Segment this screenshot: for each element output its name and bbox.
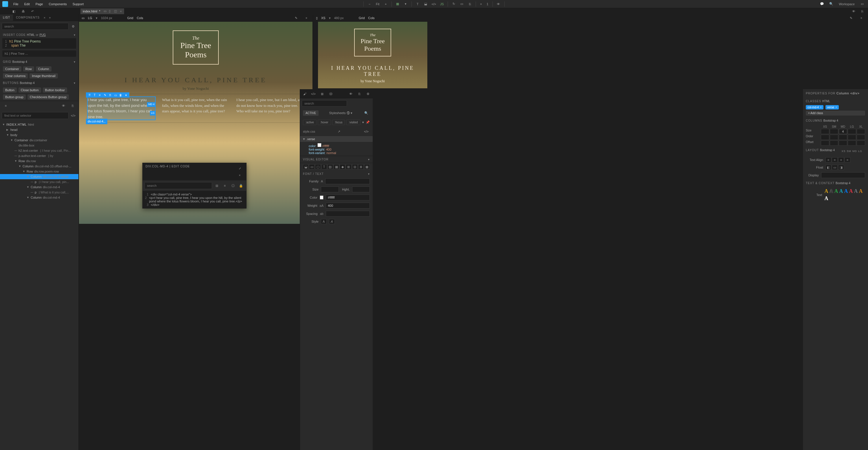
state-more-icon[interactable]: ▾ (362, 119, 365, 126)
canvas-lg-close-icon[interactable]: × (303, 15, 310, 22)
tree-item[interactable]: —p| What is it you call,... (0, 190, 79, 195)
css-eye-icon[interactable]: 👁 (347, 90, 354, 97)
state-visited[interactable]: :visited (346, 120, 360, 125)
sel-copy-icon[interactable]: ▭ (113, 93, 118, 97)
layout-bp-md[interactable]: MD (852, 150, 857, 152)
order-md-input[interactable] (839, 135, 847, 140)
ve-tool-1[interactable]: ⬓ (303, 164, 308, 169)
zoom-in-icon[interactable]: + (382, 1, 389, 7)
text-color-opt-2[interactable]: A (830, 188, 833, 194)
sel-move-icon[interactable]: ⠿ (87, 93, 92, 97)
ve-weight-input[interactable] (326, 203, 370, 208)
chevron-down-icon[interactable]: ▾ (402, 1, 409, 7)
chevron-down-icon[interactable]: ▾ (74, 33, 75, 36)
tree-item[interactable]: ▼Column div.col-md-10.offset-md-... (0, 164, 79, 169)
tree-item[interactable]: — p.author.text-center| by (0, 153, 79, 159)
insert-code-header[interactable]: INSERT CODE HTML or PUG ▾ (0, 32, 79, 38)
state-active[interactable]: :active (303, 120, 316, 125)
popup-close-icon[interactable]: × (237, 172, 243, 179)
tab-add-icon[interactable]: + (46, 15, 53, 21)
size-lg-input[interactable] (848, 129, 856, 134)
menu-file[interactable]: File (10, 1, 22, 7)
text-tool-icon[interactable]: T (414, 1, 421, 7)
remove-class-icon[interactable]: × (820, 106, 822, 109)
ve-tool-5[interactable]: ▨ (328, 164, 333, 169)
text-color-opt-6[interactable]: A (849, 188, 853, 194)
order-xl-input[interactable] (857, 135, 865, 140)
poem-col-3[interactable]: I hear you call, pine tree, but I am bli… (237, 97, 304, 120)
ve-hght-input[interactable] (352, 187, 370, 192)
menu-components[interactable]: Components (46, 1, 69, 7)
chevron-down-icon[interactable]: ▾ (74, 60, 75, 63)
chevron-down-icon[interactable]: ▾ (96, 16, 97, 20)
menu-edit[interactable]: Edit (22, 1, 33, 7)
buttons-section-header[interactable]: BUTTONS Bootstrap 4 ▾ (0, 80, 79, 86)
chevron-down-icon[interactable]: ▾ (329, 16, 331, 20)
breakpoint-lg-label[interactable]: LG (88, 16, 92, 20)
fit-label[interactable]: Fit (374, 2, 381, 6)
sel-more-icon[interactable]: ▾ (124, 93, 128, 97)
tree-search-input[interactable] (2, 112, 69, 119)
copy-icon[interactable]: ⎘ (859, 8, 866, 15)
tab-close-icon[interactable]: × (120, 9, 122, 13)
text-color-opt-7[interactable]: A (854, 188, 858, 194)
tree-code-icon[interactable]: </> (70, 112, 77, 119)
css-code-icon[interactable]: </> (310, 90, 317, 97)
layout-bp-lg[interactable]: LG (858, 150, 862, 152)
chip-column[interactable]: Column (36, 66, 52, 72)
order-xs-input[interactable] (821, 135, 829, 140)
popup-search-input[interactable] (144, 182, 212, 189)
offset-sm-input[interactable] (830, 140, 838, 146)
ve-tool-2[interactable]: ▭ (309, 164, 314, 169)
tab-split-icon[interactable]: ◫ (114, 9, 118, 13)
insert-preview[interactable]: h1 | Pine Tree ... (2, 50, 76, 57)
ve-size-input[interactable] (321, 187, 339, 192)
file-tab[interactable]: index.html * ▭ ▯ ◫ × (81, 8, 124, 14)
float-right-button[interactable]: ◨ (838, 165, 844, 170)
remove-class-icon[interactable]: × (835, 106, 837, 109)
code-tool-icon[interactable]: </> (430, 1, 437, 7)
poem-col-2[interactable]: What is it you call, pine tree, when the… (162, 97, 229, 120)
add-class-button[interactable]: + Add class (806, 111, 865, 116)
chip-button-group[interactable]: Button group (3, 94, 26, 100)
layout-tool-icon[interactable]: ⬓ (422, 1, 429, 7)
js-tool-icon[interactable]: JS (438, 1, 445, 7)
tree-collapse-icon[interactable]: ≡ (2, 102, 9, 109)
poem-col-1-selected[interactable]: ⠿ T ≡ ✎ ⎘ ▭ 🗑 ▾ I hear you call, pine tr… (88, 97, 155, 120)
css-wp-icon[interactable]: ⓦ (327, 90, 334, 97)
float-none-button[interactable]: ▭ (832, 165, 838, 170)
tree-item[interactable]: ▼body (0, 132, 79, 138)
stylesheets-label[interactable]: Stylesheets (329, 111, 346, 115)
chip-close-button[interactable]: Close button (19, 87, 41, 93)
tree-item[interactable]: ▶head (0, 127, 79, 132)
refresh-icon[interactable]: ↻ (450, 1, 457, 7)
eye-icon[interactable]: 👁 (850, 8, 857, 15)
css-prop-font-variant[interactable]: font-variant: normal (303, 151, 370, 154)
popup-list-icon[interactable]: ≡ (221, 182, 228, 189)
css-prop-color[interactable]: color: #ffffff (303, 143, 370, 148)
state-pin-icon[interactable]: 📌 (366, 119, 370, 126)
ve-tool-11[interactable]: ▦ (364, 164, 370, 169)
size-sm-input[interactable] (830, 129, 838, 134)
css-add-icon[interactable]: ⊞ (318, 90, 326, 97)
tab-mobile-icon[interactable]: ▯ (109, 9, 113, 13)
zoom-value[interactable]: 1 (485, 2, 490, 6)
canvas-xs-cols-toggle[interactable]: Cols (368, 16, 375, 20)
ve-tool-3[interactable]: ▢ (315, 164, 320, 169)
tree-item[interactable]: ▼Column div.col-md-4 (0, 185, 79, 190)
chip-row[interactable]: Row (23, 66, 34, 72)
css-search-icon[interactable]: 🔍 (363, 109, 370, 116)
search-settings-icon[interactable]: ⚙ (70, 23, 77, 30)
tree-item[interactable]: — h2.text-center| I hear you call, Pin..… (0, 148, 79, 153)
ve-tool-7[interactable]: ◆ (340, 164, 345, 169)
ve-tool-10[interactable]: ≣ (358, 164, 364, 169)
breakpoint-xs-label[interactable]: XS (321, 16, 326, 20)
ve-style-normal[interactable]: A (321, 219, 327, 224)
class-tag-col-md-4[interactable]: col-md-4× (806, 105, 824, 109)
css-file-code-icon[interactable]: </> (363, 128, 370, 135)
tab-components-close-icon[interactable]: × (42, 15, 46, 21)
chip-container[interactable]: Container (3, 66, 22, 72)
ve-tool-8[interactable]: ⊞ (346, 164, 351, 169)
ve-color-input[interactable] (326, 195, 370, 200)
canvas-xs-content[interactable]: The Pine Tree Poems I HEAR YOU CALL, PIN… (318, 22, 428, 89)
